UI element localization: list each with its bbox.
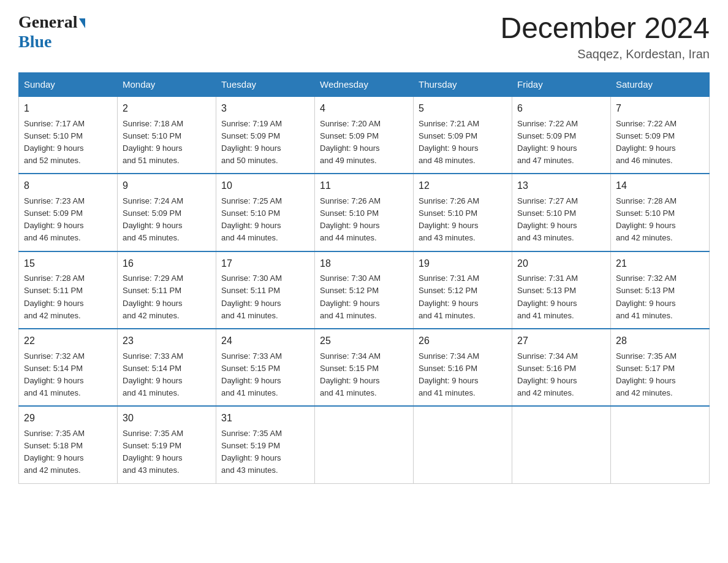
day-info: Sunrise: 7:20 AMSunset: 5:09 PMDaylight:… [320, 119, 381, 165]
day-number: 23 [123, 334, 211, 349]
calendar-cell: 15Sunrise: 7:28 AMSunset: 5:11 PMDayligh… [19, 251, 118, 329]
calendar-week-4: 22Sunrise: 7:32 AMSunset: 5:14 PMDayligh… [19, 329, 710, 406]
day-info: Sunrise: 7:35 AMSunset: 5:18 PMDaylight:… [24, 429, 85, 475]
day-number: 29 [24, 411, 112, 426]
day-number: 1 [24, 101, 112, 117]
day-number: 4 [320, 101, 408, 117]
day-info: Sunrise: 7:32 AMSunset: 5:13 PMDaylight:… [616, 274, 677, 320]
calendar-week-3: 15Sunrise: 7:28 AMSunset: 5:11 PMDayligh… [19, 251, 710, 329]
title-area: December 2024 Saqqez, Kordestan, Iran [500, 12, 710, 61]
calendar-cell [611, 406, 710, 483]
day-info: Sunrise: 7:22 AMSunset: 5:09 PMDaylight:… [517, 119, 578, 165]
day-number: 9 [123, 178, 211, 194]
calendar-cell [512, 406, 611, 483]
calendar-cell: 24Sunrise: 7:33 AMSunset: 5:15 PMDayligh… [216, 329, 315, 406]
logo: General Blue [18, 12, 85, 52]
day-info: Sunrise: 7:27 AMSunset: 5:10 PMDaylight:… [517, 196, 578, 242]
calendar-cell: 10Sunrise: 7:25 AMSunset: 5:10 PMDayligh… [216, 174, 315, 251]
day-number: 8 [24, 178, 112, 194]
month-title: December 2024 [500, 12, 710, 45]
calendar-cell: 11Sunrise: 7:26 AMSunset: 5:10 PMDayligh… [315, 174, 414, 251]
day-number: 3 [221, 101, 309, 117]
day-number: 7 [616, 101, 704, 117]
calendar-cell: 9Sunrise: 7:24 AMSunset: 5:09 PMDaylight… [118, 174, 216, 251]
col-saturday: Saturday [611, 72, 710, 96]
day-info: Sunrise: 7:19 AMSunset: 5:09 PMDaylight:… [221, 119, 282, 165]
calendar-cell: 22Sunrise: 7:32 AMSunset: 5:14 PMDayligh… [19, 329, 118, 406]
calendar-cell: 1Sunrise: 7:17 AMSunset: 5:10 PMDaylight… [19, 96, 118, 174]
calendar-cell: 6Sunrise: 7:22 AMSunset: 5:09 PMDaylight… [512, 96, 611, 174]
day-number: 2 [123, 101, 211, 117]
day-info: Sunrise: 7:17 AMSunset: 5:10 PMDaylight:… [24, 119, 85, 165]
day-number: 19 [419, 256, 507, 272]
day-info: Sunrise: 7:31 AMSunset: 5:12 PMDaylight:… [419, 274, 479, 320]
calendar-week-2: 8Sunrise: 7:23 AMSunset: 5:09 PMDaylight… [19, 174, 710, 251]
calendar-cell: 17Sunrise: 7:30 AMSunset: 5:11 PMDayligh… [216, 251, 315, 329]
day-info: Sunrise: 7:26 AMSunset: 5:10 PMDaylight:… [320, 196, 381, 242]
day-info: Sunrise: 7:33 AMSunset: 5:15 PMDaylight:… [221, 351, 282, 397]
day-info: Sunrise: 7:30 AMSunset: 5:11 PMDaylight:… [221, 274, 282, 320]
day-number: 21 [616, 256, 704, 272]
day-info: Sunrise: 7:29 AMSunset: 5:11 PMDaylight:… [123, 274, 183, 320]
calendar-cell [315, 406, 414, 483]
calendar-week-5: 29Sunrise: 7:35 AMSunset: 5:18 PMDayligh… [19, 406, 710, 483]
calendar-cell: 28Sunrise: 7:35 AMSunset: 5:17 PMDayligh… [611, 329, 710, 406]
calendar-cell: 23Sunrise: 7:33 AMSunset: 5:14 PMDayligh… [118, 329, 216, 406]
day-number: 31 [221, 411, 309, 426]
day-info: Sunrise: 7:34 AMSunset: 5:15 PMDaylight:… [320, 351, 381, 397]
day-info: Sunrise: 7:35 AMSunset: 5:17 PMDaylight:… [616, 351, 677, 397]
calendar-cell: 18Sunrise: 7:30 AMSunset: 5:12 PMDayligh… [315, 251, 414, 329]
day-info: Sunrise: 7:31 AMSunset: 5:13 PMDaylight:… [517, 274, 578, 320]
calendar-cell: 13Sunrise: 7:27 AMSunset: 5:10 PMDayligh… [512, 174, 611, 251]
col-monday: Monday [118, 72, 216, 96]
calendar-week-1: 1Sunrise: 7:17 AMSunset: 5:10 PMDaylight… [19, 96, 710, 174]
day-number: 25 [320, 334, 408, 349]
logo-arrow-icon [79, 18, 85, 28]
day-number: 10 [221, 178, 309, 194]
day-number: 5 [419, 101, 507, 117]
calendar-header-row: Sunday Monday Tuesday Wednesday Thursday… [19, 72, 710, 96]
day-number: 22 [24, 334, 112, 349]
day-number: 17 [221, 256, 309, 272]
calendar-cell: 20Sunrise: 7:31 AMSunset: 5:13 PMDayligh… [512, 251, 611, 329]
day-number: 16 [123, 256, 211, 272]
calendar-cell: 29Sunrise: 7:35 AMSunset: 5:18 PMDayligh… [19, 406, 118, 483]
day-info: Sunrise: 7:34 AMSunset: 5:16 PMDaylight:… [419, 351, 479, 397]
day-info: Sunrise: 7:22 AMSunset: 5:09 PMDaylight:… [616, 119, 677, 165]
day-number: 14 [616, 178, 704, 194]
day-number: 28 [616, 334, 704, 349]
day-number: 18 [320, 256, 408, 272]
calendar-cell: 4Sunrise: 7:20 AMSunset: 5:09 PMDaylight… [315, 96, 414, 174]
day-info: Sunrise: 7:30 AMSunset: 5:12 PMDaylight:… [320, 274, 381, 320]
calendar-cell: 7Sunrise: 7:22 AMSunset: 5:09 PMDaylight… [611, 96, 710, 174]
calendar-table: Sunday Monday Tuesday Wednesday Thursday… [18, 72, 710, 484]
calendar-cell [414, 406, 512, 483]
calendar-cell: 12Sunrise: 7:26 AMSunset: 5:10 PMDayligh… [414, 174, 512, 251]
calendar-cell: 5Sunrise: 7:21 AMSunset: 5:09 PMDaylight… [414, 96, 512, 174]
calendar-cell: 21Sunrise: 7:32 AMSunset: 5:13 PMDayligh… [611, 251, 710, 329]
calendar-cell: 16Sunrise: 7:29 AMSunset: 5:11 PMDayligh… [118, 251, 216, 329]
logo-blue-text: Blue [18, 32, 51, 51]
calendar-cell: 25Sunrise: 7:34 AMSunset: 5:15 PMDayligh… [315, 329, 414, 406]
calendar-cell: 3Sunrise: 7:19 AMSunset: 5:09 PMDaylight… [216, 96, 315, 174]
day-info: Sunrise: 7:33 AMSunset: 5:14 PMDaylight:… [123, 351, 183, 397]
day-number: 11 [320, 178, 408, 194]
day-info: Sunrise: 7:21 AMSunset: 5:09 PMDaylight:… [419, 119, 479, 165]
day-info: Sunrise: 7:35 AMSunset: 5:19 PMDaylight:… [123, 429, 183, 475]
day-info: Sunrise: 7:25 AMSunset: 5:10 PMDaylight:… [221, 196, 282, 242]
day-info: Sunrise: 7:35 AMSunset: 5:19 PMDaylight:… [221, 429, 282, 475]
day-info: Sunrise: 7:24 AMSunset: 5:09 PMDaylight:… [123, 196, 183, 242]
col-friday: Friday [512, 72, 611, 96]
logo-general-text: General [18, 12, 77, 32]
calendar-cell: 31Sunrise: 7:35 AMSunset: 5:19 PMDayligh… [216, 406, 315, 483]
day-number: 6 [517, 101, 605, 117]
location-subtitle: Saqqez, Kordestan, Iran [500, 47, 710, 61]
day-number: 26 [419, 334, 507, 349]
day-info: Sunrise: 7:28 AMSunset: 5:10 PMDaylight:… [616, 196, 677, 242]
calendar-cell: 30Sunrise: 7:35 AMSunset: 5:19 PMDayligh… [118, 406, 216, 483]
calendar-cell: 14Sunrise: 7:28 AMSunset: 5:10 PMDayligh… [611, 174, 710, 251]
day-number: 30 [123, 411, 211, 426]
page-header: General Blue December 2024 Saqqez, Korde… [18, 12, 710, 61]
day-number: 27 [517, 334, 605, 349]
col-wednesday: Wednesday [315, 72, 414, 96]
